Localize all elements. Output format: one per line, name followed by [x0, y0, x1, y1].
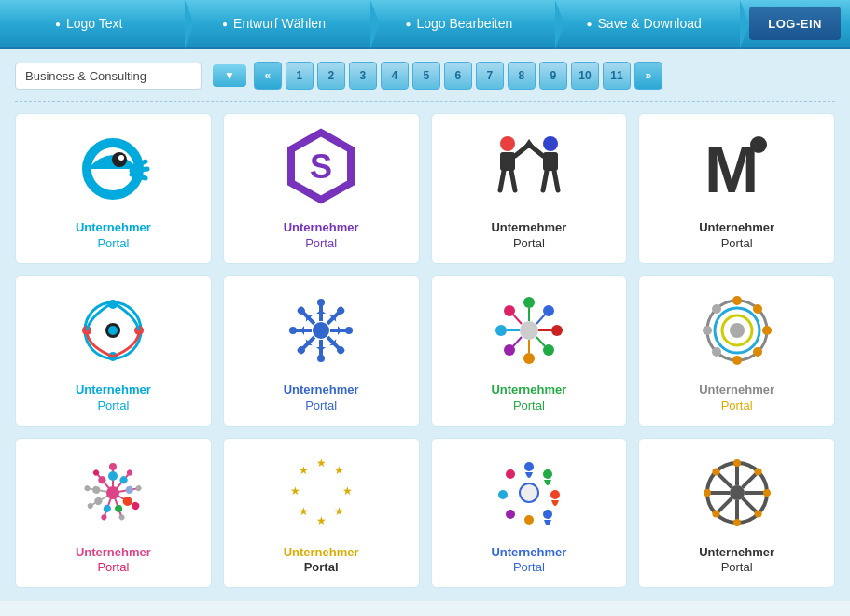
svg-point-132	[754, 511, 761, 518]
svg-rect-9	[500, 152, 515, 171]
svg-point-76	[109, 463, 117, 470]
logo-label-7: Unternehmer Portal	[491, 383, 566, 414]
nav-step-entwurf[interactable]: Entwurf Wählen	[185, 0, 369, 47]
svg-line-4	[132, 169, 147, 171]
svg-point-88	[118, 514, 126, 522]
logo-card-9[interactable]: Unternehmer Portal	[15, 438, 212, 589]
logo-label-10: Unternehmer Portal	[284, 545, 359, 577]
svg-text:S: S	[310, 147, 332, 186]
svg-point-111	[543, 469, 552, 479]
page-1-button[interactable]: 1	[286, 62, 314, 90]
svg-point-12	[543, 136, 558, 151]
logo-line1-3: Unternehmer	[491, 220, 566, 236]
logo-card-8[interactable]: Unternehmer Portal	[638, 275, 835, 427]
svg-point-82	[135, 485, 142, 492]
svg-point-96	[92, 485, 101, 494]
category-dropdown[interactable]: Business & Consulting	[15, 63, 202, 90]
svg-point-101	[106, 486, 119, 499]
logo-card-7[interactable]: Unternehmer Portal	[431, 275, 628, 427]
svg-point-129	[733, 459, 741, 467]
logo-label-4: Unternehmer Portal	[699, 220, 774, 252]
svg-point-44	[313, 322, 329, 339]
page-first-button[interactable]: «	[254, 62, 282, 90]
svg-point-81	[125, 485, 133, 494]
logo-card-3[interactable]: Unternehmer Portal	[431, 113, 628, 264]
logo-card-12[interactable]: Unternehmer Portal	[638, 438, 835, 589]
svg-line-17	[543, 171, 547, 190]
logo-image-10: ★ ★ ★ ★ ★ ★ ★ ★	[279, 452, 363, 536]
logo-card-1[interactable]: Unternehmer Portal	[15, 113, 212, 264]
logo-line2-2: Portal	[284, 236, 359, 252]
page-5-button[interactable]: 5	[412, 62, 440, 90]
svg-text:★: ★	[342, 484, 353, 497]
logo-line2-11: Portal	[491, 560, 566, 576]
svg-point-117	[506, 469, 515, 479]
svg-point-120	[730, 485, 745, 500]
page-10-button[interactable]: 10	[571, 62, 599, 90]
nav-step-save[interactable]: Save & Download	[555, 0, 740, 47]
logo-grid: Unternehmer Portal S Unternehmer Portal	[15, 113, 835, 588]
page-11-button[interactable]: 11	[603, 62, 631, 90]
logo-image-9	[71, 452, 155, 536]
pagination: « 1 2 3 4 5 6 7 8 9 10 11 »	[254, 62, 662, 90]
logo-line2-6: Portal	[284, 399, 359, 414]
logo-image-7	[487, 289, 571, 373]
svg-point-53	[520, 321, 538, 340]
svg-point-118	[520, 483, 538, 502]
logo-line1-5: Unternehmer	[76, 383, 151, 399]
page-9-button[interactable]: 9	[539, 62, 567, 90]
page-7-button[interactable]: 7	[476, 62, 504, 90]
logo-line1-11: Unternehmer	[491, 545, 566, 561]
logo-label-3: Unternehmer Portal	[491, 220, 566, 252]
page-8-button[interactable]: 8	[508, 62, 536, 90]
logo-card-6[interactable]: Unternehmer Portal	[223, 275, 420, 427]
svg-line-18	[554, 171, 558, 190]
logo-card-5[interactable]: Unternehmer Portal	[15, 275, 212, 427]
dropdown-arrow-button[interactable]: ▼	[213, 64, 246, 87]
svg-point-112	[550, 490, 560, 499]
svg-point-114	[524, 515, 534, 525]
logo-label-1: Unternehmer Portal	[76, 220, 151, 252]
logo-image-12	[695, 452, 779, 536]
svg-point-29	[317, 299, 325, 306]
page-6-button[interactable]: 6	[444, 62, 472, 90]
svg-text:★: ★	[334, 464, 344, 477]
svg-point-135	[704, 489, 711, 497]
nav-step-label: Logo Bearbeiten	[416, 16, 512, 31]
nav-step-label: Entwurf Wählen	[233, 16, 326, 31]
svg-text:★: ★	[316, 456, 327, 469]
logo-card-4[interactable]: M Unternehmer Portal	[638, 113, 835, 264]
nav-step-logo-text[interactable]: Logo Text	[0, 0, 185, 47]
svg-point-67	[753, 304, 762, 314]
page-3-button[interactable]: 3	[349, 62, 377, 90]
logo-card-11[interactable]: Unternehmer Portal	[431, 438, 628, 589]
svg-point-62	[730, 323, 745, 338]
logo-image-8	[695, 289, 779, 373]
logo-label-8: Unternehmer Portal	[699, 383, 774, 414]
page-4-button[interactable]: 4	[381, 62, 409, 90]
logo-label-12: Unternehmer Portal	[699, 545, 774, 577]
svg-text:★: ★	[316, 514, 327, 527]
svg-point-66	[732, 296, 742, 305]
page-2-button[interactable]: 2	[317, 62, 345, 90]
logo-label-11: Unternehmer Portal	[491, 545, 566, 577]
svg-point-91	[101, 514, 108, 522]
login-button[interactable]: LOG-EIN	[749, 7, 841, 40]
logo-line1-2: Unternehmer	[284, 220, 359, 236]
nav-step-bearbeiten[interactable]: Logo Bearbeiten	[370, 0, 555, 47]
logo-line1-6: Unternehmer	[284, 383, 359, 399]
page-last-button[interactable]: »	[634, 62, 662, 90]
svg-point-8	[500, 136, 515, 151]
logo-card-10[interactable]: ★ ★ ★ ★ ★ ★ ★ ★ Unternehmer Portal	[223, 438, 420, 589]
svg-point-73	[712, 304, 721, 314]
logo-image-4: M	[695, 127, 779, 211]
nav-step-label: Logo Text	[66, 16, 122, 31]
logo-line2-7: Portal	[491, 399, 566, 414]
filter-bar: Business & Consulting ▼ « 1 2 3 4 5 6 7 …	[15, 62, 835, 90]
svg-point-136	[712, 468, 719, 475]
logo-line1-9: Unternehmer	[76, 545, 151, 561]
svg-point-113	[543, 510, 552, 519]
logo-card-2[interactable]: S Unternehmer Portal	[223, 113, 420, 264]
logo-line1-7: Unternehmer	[491, 383, 566, 399]
svg-line-61	[513, 315, 522, 324]
